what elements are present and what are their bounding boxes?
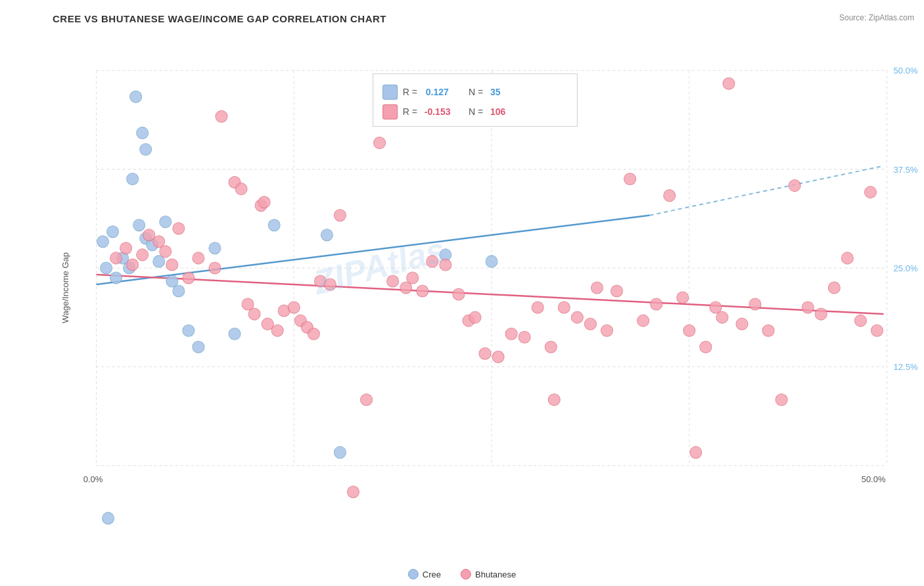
svg-point-78 <box>417 285 428 297</box>
legend-container: Cree Bhutanese <box>408 569 516 579</box>
svg-point-109 <box>736 318 748 330</box>
svg-point-118 <box>854 315 866 327</box>
svg-point-24 <box>140 143 152 155</box>
svg-point-57 <box>235 183 247 195</box>
y-label-25: 25.0% <box>894 263 917 273</box>
svg-point-30 <box>160 216 172 228</box>
svg-point-23 <box>137 127 149 139</box>
svg-point-53 <box>193 252 204 264</box>
svg-point-61 <box>258 196 270 208</box>
svg-rect-12 <box>383 104 398 119</box>
svg-point-43 <box>110 252 122 264</box>
svg-point-104 <box>690 447 702 459</box>
svg-point-55 <box>216 110 227 122</box>
legend-label-cree: Cree <box>423 570 441 579</box>
legend-item-cree: Cree <box>408 569 441 579</box>
svg-point-101 <box>664 190 676 202</box>
svg-point-71 <box>334 210 346 221</box>
svg-point-110 <box>749 298 761 310</box>
legend-r-blue-val: 0.127 <box>426 87 449 97</box>
svg-point-35 <box>209 242 221 254</box>
svg-point-117 <box>841 252 853 264</box>
svg-point-25 <box>127 173 139 185</box>
svg-point-87 <box>519 331 530 343</box>
svg-point-94 <box>584 318 596 330</box>
svg-point-83 <box>469 311 481 323</box>
svg-point-51 <box>173 223 185 235</box>
legend-n-pink-val: 106 <box>490 106 506 117</box>
svg-point-22 <box>130 91 142 102</box>
svg-point-111 <box>762 325 774 336</box>
svg-point-97 <box>611 285 622 297</box>
legend-r-blue: R = <box>403 87 417 97</box>
svg-point-95 <box>591 282 603 294</box>
svg-line-14 <box>650 166 884 215</box>
svg-point-88 <box>532 302 543 313</box>
svg-point-102 <box>677 292 689 304</box>
svg-point-120 <box>871 325 883 336</box>
legend-dot-bhutanese <box>461 569 471 579</box>
y-axis-label: Wage/Income Gap <box>60 252 70 323</box>
svg-point-75 <box>387 275 399 287</box>
svg-point-26 <box>133 219 145 231</box>
svg-point-113 <box>789 180 800 192</box>
svg-point-68 <box>308 328 319 340</box>
x-label-50: 50.0% <box>862 474 886 484</box>
svg-point-115 <box>815 308 827 320</box>
svg-point-85 <box>492 351 504 363</box>
svg-point-80 <box>440 259 451 271</box>
svg-point-42 <box>103 512 114 524</box>
svg-point-119 <box>864 187 876 198</box>
legend-r-pink-val: -0.153 <box>425 106 451 117</box>
svg-point-41 <box>486 256 497 267</box>
svg-point-70 <box>324 279 336 290</box>
svg-point-49 <box>160 246 172 258</box>
svg-point-81 <box>453 288 465 300</box>
svg-point-105 <box>700 341 712 353</box>
legend-item-bhutanese: Bhutanese <box>461 569 516 579</box>
svg-point-46 <box>137 249 149 261</box>
svg-point-116 <box>828 282 840 294</box>
svg-point-19 <box>110 272 122 284</box>
svg-point-92 <box>558 302 570 313</box>
source-label: Source: ZipAtlas.com <box>839 13 914 22</box>
svg-point-50 <box>166 259 178 271</box>
legend-n-pink: N = <box>469 106 483 117</box>
svg-point-32 <box>173 285 185 297</box>
svg-point-45 <box>127 259 139 271</box>
y-label-50: 50.0% <box>894 66 917 76</box>
svg-point-100 <box>651 298 662 310</box>
svg-point-99 <box>637 315 649 327</box>
svg-point-17 <box>107 226 119 238</box>
svg-point-16 <box>97 236 108 248</box>
svg-point-59 <box>248 308 260 320</box>
scatter-plot: Wage/Income Gap 50.0% 37.5% 25.0% 12.5% … <box>53 31 917 545</box>
legend-n-blue: N = <box>469 87 483 97</box>
svg-rect-10 <box>373 74 578 126</box>
svg-point-112 <box>775 394 787 405</box>
svg-point-96 <box>601 325 612 336</box>
legend-r-pink: R = <box>403 106 417 117</box>
svg-point-86 <box>505 328 517 340</box>
svg-point-44 <box>120 242 132 254</box>
svg-point-98 <box>624 173 636 185</box>
svg-point-73 <box>361 394 373 405</box>
svg-point-114 <box>802 302 814 313</box>
svg-point-90 <box>548 394 560 405</box>
svg-point-38 <box>321 229 333 241</box>
svg-point-33 <box>183 325 195 336</box>
svg-point-54 <box>209 262 221 274</box>
svg-point-63 <box>271 325 283 336</box>
svg-point-52 <box>183 272 195 284</box>
svg-point-79 <box>427 256 438 267</box>
svg-point-89 <box>545 341 557 353</box>
svg-point-93 <box>571 311 583 323</box>
svg-point-107 <box>716 311 728 323</box>
chart-title: CREE VS BHUTANESE WAGE/INCOME GAP CORREL… <box>53 13 917 24</box>
y-label-37: 37.5% <box>894 165 917 175</box>
chart-container: CREE VS BHUTANESE WAGE/INCOME GAP CORREL… <box>0 0 924 586</box>
svg-point-39 <box>334 447 346 459</box>
svg-point-108 <box>723 78 735 89</box>
svg-point-84 <box>479 348 491 359</box>
svg-point-74 <box>374 137 386 148</box>
